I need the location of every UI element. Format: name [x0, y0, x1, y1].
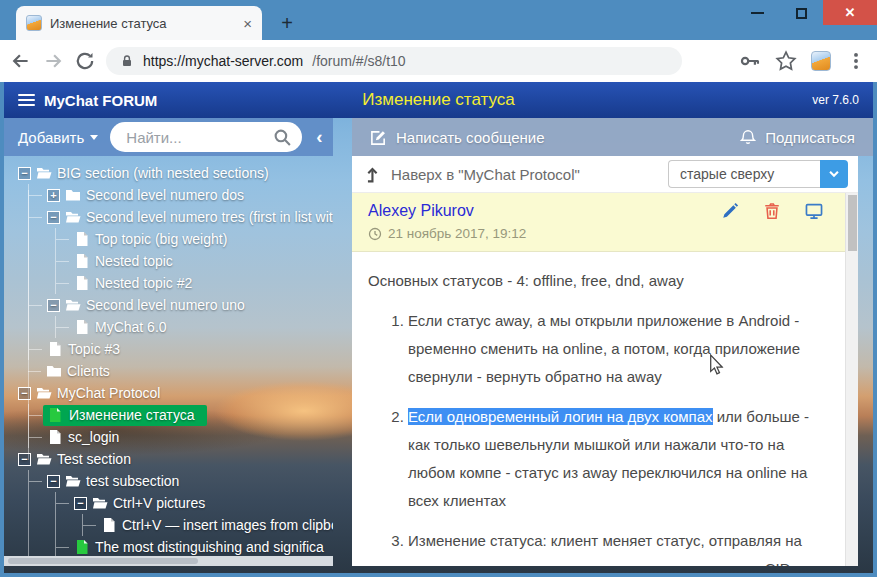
- url-path: /forum/#/s8/t10: [312, 53, 405, 69]
- tree-item[interactable]: Nested topic: [56, 250, 333, 272]
- tree-item[interactable]: Clients: [4, 360, 333, 382]
- collapse-box-icon[interactable]: −: [74, 497, 87, 510]
- tree-item[interactable]: Top topic (big weight): [56, 228, 333, 250]
- compose-button[interactable]: Написать сообщение: [370, 129, 545, 146]
- page-icon: [74, 253, 90, 269]
- tree-item[interactable]: − MyChat Protocol: [4, 382, 333, 404]
- up-to-section-icon[interactable]: [364, 165, 382, 183]
- collapse-box-icon[interactable]: −: [47, 299, 60, 312]
- folder-open-icon: [65, 297, 81, 313]
- browser-menu-icon[interactable]: [845, 50, 867, 72]
- sort-select[interactable]: старые сверху: [668, 160, 848, 188]
- post-body: Основных статусов - 4: offline, free, dn…: [352, 252, 845, 566]
- tree-horizontal-scrollbar[interactable]: [4, 556, 333, 566]
- tree-item[interactable]: The most distinguishing and significa: [56, 536, 333, 556]
- tree-item-label: MyChat Protocol: [57, 385, 160, 401]
- lock-icon: [120, 54, 134, 68]
- reload-icon[interactable]: [74, 50, 96, 72]
- tree-item-label: Test section: [57, 451, 131, 467]
- page-green-icon: [74, 539, 90, 555]
- chevron-down-icon: [90, 135, 98, 140]
- tree-item-label: Second level numero tres (first in list …: [86, 209, 333, 225]
- tree-item-label: Top topic (big weight): [95, 231, 227, 247]
- search-box: [110, 122, 302, 152]
- topic-nav: Наверх в "MyChat Protocol" старые сверху: [352, 156, 858, 193]
- sort-selected-value: старые сверху: [668, 160, 820, 188]
- forum-app: Изменение статуса MyChat FORUM ver 7.6.0…: [4, 82, 873, 573]
- tree-item-label: Ctrl+V — insert images from clipbo: [122, 517, 333, 533]
- tree-item[interactable]: Topic #3: [29, 338, 333, 360]
- subscribe-button[interactable]: Подписаться: [740, 129, 855, 146]
- chevron-down-icon: [827, 167, 841, 181]
- tree-item-label: Изменение статуса: [69, 407, 195, 423]
- add-button[interactable]: Добавить: [18, 129, 98, 146]
- collapse-box-icon[interactable]: −: [47, 211, 60, 224]
- folder-open-icon: [65, 473, 81, 489]
- up-to-section-label[interactable]: Наверх в "MyChat Protocol": [391, 166, 580, 183]
- tree-item[interactable]: − Second level numero tres (first in lis…: [29, 206, 333, 228]
- page-icon: [47, 341, 63, 357]
- bell-icon: [740, 129, 756, 145]
- back-icon[interactable]: [10, 50, 32, 72]
- topic-panel: Наверх в "MyChat Protocol" старые сверху…: [352, 156, 858, 566]
- scrollbar-thumb[interactable]: [8, 558, 198, 564]
- topic-toolbar: Написать сообщение Подписаться: [352, 118, 873, 156]
- brand[interactable]: MyChat FORUM: [18, 91, 157, 109]
- page-icon: [74, 231, 90, 247]
- sort-dropdown-button[interactable]: [820, 160, 848, 188]
- collapse-box-icon[interactable]: −: [18, 453, 31, 466]
- post-author-link[interactable]: Alexey Pikurov: [368, 202, 474, 220]
- folder-open-icon: [36, 385, 52, 401]
- tree-item[interactable]: + Second level numero dos: [29, 184, 333, 206]
- new-tab-button[interactable]: +: [274, 10, 300, 36]
- delete-post-icon[interactable]: [763, 202, 781, 220]
- tree-item-label: Second level numero dos: [86, 187, 244, 203]
- tree-item[interactable]: MyChat 6.0: [56, 316, 333, 338]
- tab-close-icon[interactable]: ×: [243, 16, 252, 31]
- tree-item[interactable]: − Ctrl+V pictures: [56, 492, 333, 514]
- collapse-sidebar-icon[interactable]: ‹: [314, 126, 324, 148]
- bookmark-star-icon[interactable]: [775, 50, 797, 72]
- tree-item[interactable]: Nested topic #2: [56, 272, 333, 294]
- tree-item-label: sc_login: [68, 429, 119, 445]
- tree-item-label: Clients: [67, 363, 110, 379]
- scrollbar-thumb[interactable]: [848, 195, 857, 251]
- expand-box-icon[interactable]: +: [47, 189, 60, 202]
- tree-item-label: test subsection: [86, 473, 179, 489]
- tree-item[interactable]: − Test section: [4, 448, 333, 470]
- posts-scroll-area: Alexey Pikurov 21 ноябрь 2017, 19:12: [352, 193, 858, 566]
- tree-item[interactable]: − test subsection: [29, 470, 333, 492]
- tree-item-label: MyChat 6.0: [95, 319, 167, 335]
- folder-icon: [65, 187, 81, 203]
- collapse-box-icon[interactable]: −: [47, 475, 60, 488]
- url-input[interactable]: https://mychat-server.com/forum/#/s8/t10: [106, 47, 682, 75]
- folder-icon: [46, 363, 62, 379]
- hamburger-menu-icon[interactable]: [18, 91, 35, 109]
- app-header: Изменение статуса MyChat FORUM ver 7.6.0: [4, 82, 873, 118]
- selected-topic-highlight: Изменение статуса: [43, 405, 207, 426]
- post-intro: Основных статусов - 4: offline, free, dn…: [368, 267, 821, 295]
- search-icon[interactable]: [273, 128, 292, 147]
- tree-item[interactable]: sc_login: [29, 426, 333, 448]
- page-icon: [101, 517, 117, 533]
- vertical-scrollbar[interactable]: [845, 193, 858, 566]
- post-list-item: Изменение статуса: клиент меняет статус,…: [408, 527, 821, 566]
- monitor-icon[interactable]: [805, 202, 823, 220]
- tree-item-label: Ctrl+V pictures: [113, 495, 205, 511]
- post-list-item: Если одновременный логин на двух компах …: [408, 403, 821, 515]
- search-input[interactable]: [124, 128, 273, 147]
- folder-open-icon: [92, 495, 108, 511]
- mychat-extension-icon[interactable]: [811, 51, 831, 71]
- tree-item[interactable]: − BIG section (with nested sections): [4, 162, 333, 184]
- tree-item-label: BIG section (with nested sections): [57, 165, 269, 181]
- collapse-box-icon[interactable]: −: [18, 387, 31, 400]
- edit-post-icon[interactable]: [721, 202, 739, 220]
- tree-item[interactable]: Ctrl+V — insert images from clipbo: [83, 514, 333, 536]
- selected-text: Если одновременный логин на двух компах: [408, 408, 713, 425]
- forward-icon[interactable]: [42, 50, 64, 72]
- tree-item[interactable]: − Second level numero uno: [29, 294, 333, 316]
- forum-post: Alexey Pikurov 21 ноябрь 2017, 19:12: [352, 193, 845, 566]
- password-key-icon[interactable]: [739, 50, 761, 72]
- tree-item-selected[interactable]: Изменение статуса: [29, 404, 333, 426]
- collapse-box-icon[interactable]: −: [18, 167, 31, 180]
